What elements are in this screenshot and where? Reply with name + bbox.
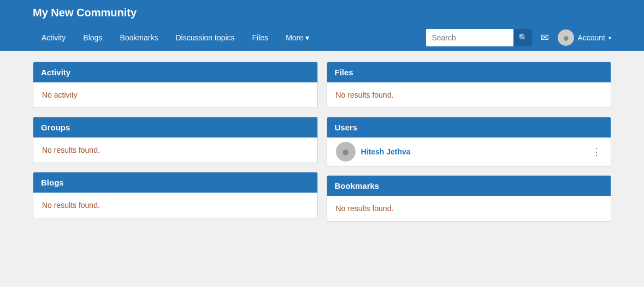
activity-card: Activity No activity [33,62,318,108]
right-column: Files No results found. Users ● Hitesh J… [327,62,612,222]
blogs-no-results: No results found. [42,201,100,210]
nav-bar: Activity Blogs Bookmarks Discussion topi… [33,25,611,51]
bookmarks-no-results: No results found. [336,204,394,213]
nav-activity[interactable]: Activity [33,26,74,50]
nav-right: 🔍 ✉ ● Account ▾ [426,29,611,46]
bookmarks-card-body: No results found. [327,196,611,221]
user-row: ● Hitesh Jethva ⋮ [327,137,611,166]
search-box: 🔍 [426,29,532,46]
search-input[interactable] [426,29,513,46]
nav-bookmarks[interactable]: Bookmarks [111,26,167,50]
avatar-icon: ● [563,32,569,44]
blogs-card: Blogs No results found. [33,172,318,218]
site-title: My New Community [33,7,611,25]
nav-links: Activity Blogs Bookmarks Discussion topi… [33,26,426,50]
bookmarks-card-header: Bookmarks [327,176,611,196]
account-button[interactable]: ● Account ▾ [558,29,611,46]
groups-card-body: No results found. [33,137,317,163]
main-content: Activity No activity Groups No results f… [0,51,644,232]
search-icon: 🔍 [518,33,528,42]
more-chevron-icon: ▾ [305,33,309,42]
user-name-link[interactable]: Hitesh Jethva [361,147,411,156]
mail-icon[interactable]: ✉ [541,32,549,44]
groups-no-results: No results found. [42,146,100,154]
users-card-header: Users [327,117,611,137]
groups-card: Groups No results found. [33,117,318,163]
files-no-results: No results found. [336,91,394,99]
nav-more[interactable]: More ▾ [277,26,318,50]
left-column: Activity No activity Groups No results f… [33,62,318,222]
user-avatar: ● [336,142,356,162]
avatar: ● [558,29,574,46]
nav-files[interactable]: Files [244,26,277,50]
files-card: Files No results found. [327,62,612,108]
bookmarks-card: Bookmarks No results found. [327,175,612,222]
groups-card-header: Groups [33,117,317,137]
nav-discussion-topics[interactable]: Discussion topics [167,26,243,50]
user-info: ● Hitesh Jethva [336,142,411,162]
files-card-header: Files [327,62,611,82]
blogs-card-body: No results found. [33,193,317,218]
nav-blogs[interactable]: Blogs [74,26,111,50]
user-menu-dots-icon[interactable]: ⋮ [592,146,602,158]
activity-card-body: No activity [33,82,317,107]
header: My New Community Activity Blogs Bookmark… [0,0,644,51]
activity-no-content: No activity [42,91,78,99]
account-chevron-icon: ▾ [608,35,611,41]
users-card: Users ● Hitesh Jethva ⋮ [327,117,612,166]
user-avatar-icon: ● [341,144,350,159]
blogs-card-header: Blogs [33,172,317,193]
search-button[interactable]: 🔍 [513,29,532,46]
account-label: Account [577,33,605,42]
more-label: More [286,33,303,42]
files-card-body: No results found. [327,82,611,107]
activity-card-header: Activity [33,62,317,82]
